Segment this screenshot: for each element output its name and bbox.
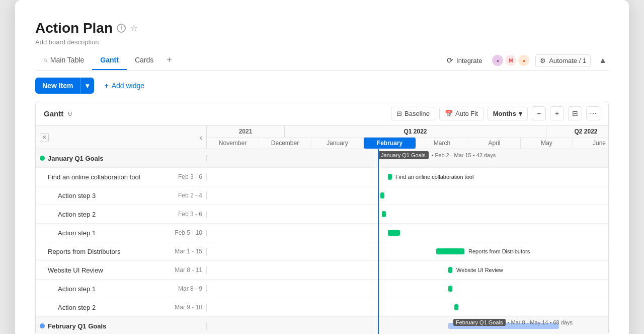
calendar-icon: 📅 [445,110,453,117]
row-title: Action step 1 [58,229,96,237]
avatar-2: M [505,55,516,66]
table-row[interactable]: Action step 2 Feb 3 - 6 [36,205,608,224]
month-row: November December January February March… [207,138,608,149]
row-date: Feb 3 - 6 [178,211,202,218]
automate-button[interactable]: ⚙ Automate / 1 [535,54,591,67]
row-chart-website: Website UI Review [207,261,608,279]
row-chart-action1 [207,224,608,242]
info-icon[interactable]: i [117,24,126,33]
star-icon[interactable]: ☆ [130,23,138,34]
auto-fit-button[interactable]: 📅 Auto Fit [439,107,484,120]
row-left-find-tool: Find an online collaboration tool Feb 3 … [36,173,207,181]
row-date: Mar 8 - 9 [178,285,202,292]
app-window: Action Plan i ☆ Add board description ⌂ … [15,0,629,334]
months-dropdown[interactable]: Months ▾ [488,107,528,120]
row-left-jan-goals: January Q1 Goals [36,155,207,162]
row-title: Find an online collaboration tool [48,173,140,181]
add-icon: + [104,82,108,90]
gantt-controls: ⊟ Baseline 📅 Auto Fit Months ▾ − + ⊟ ⋯ [391,106,600,120]
avatar-1: ● [492,55,503,66]
bar-label: January Q1 Goals • Feb 2 - Mar 15 • 42 d… [378,151,496,159]
tab-add-button[interactable]: + [162,51,177,71]
automate-icon: ⚙ [540,57,546,64]
row-left-feb-goals: February Q1 Goals [36,322,207,330]
row-chart-action3 [207,186,608,205]
baseline-icon: ⊟ [396,110,402,117]
table-row[interactable]: February Q1 Goals February Q1 Goals • Ma… [36,317,608,334]
gantt-body: ✕ ‹ 2021 Q1 2022 Q2 2022 November Decemb… [36,126,608,334]
month-november: November [207,138,259,149]
row-title: January Q1 Goals [48,155,104,162]
table-row[interactable]: January Q1 Goals January Q1 Goals • Feb … [36,149,608,168]
bar-label: Website UI Review [456,267,503,273]
month-february: February [364,138,416,149]
bar-label: Reports from Distributors [468,248,530,254]
title-row: Action Plan i ☆ [35,20,609,36]
row-date: Mar 8 - 11 [175,266,202,274]
gantt-bar [388,174,392,180]
month-december: December [259,138,311,149]
quarter-2021: 2021 [207,126,285,137]
month-january: January [311,138,364,149]
row-dot [40,323,45,328]
row-date: Feb 5 - 10 [175,229,202,236]
row-left-action2b: Action step 2 Mar 9 - 10 [36,304,207,311]
zoom-out-button[interactable]: − [532,106,546,120]
table-row[interactable]: Action step 3 Feb 2 - 4 [36,186,608,205]
save-view-button[interactable]: ⊟ [568,106,582,120]
month-may: May [521,138,573,149]
more-options-button[interactable]: ⋯ [586,106,600,120]
gantt-bar [448,286,452,292]
tab-main-table[interactable]: ⌂ Main Table [35,52,92,70]
row-title: February Q1 Goals [48,322,106,330]
avatar-group: ● M ● [492,55,529,66]
row-title: Action step 2 [58,304,96,311]
board-description[interactable]: Add board description [35,38,609,46]
row-left-action1: Action step 1 Feb 5 - 10 [36,229,207,237]
tab-gantt[interactable]: Gantt [92,52,127,70]
table-row[interactable]: Website UI Review Mar 8 - 11 Website UI … [36,261,608,280]
header-area: Action Plan i ☆ Add board description [35,20,609,46]
bar-label: Find an online collaboration tool [395,174,473,180]
quarter-q2-2022: Q2 2022 [546,126,608,137]
gantt-bar [448,267,452,273]
row-date: Feb 3 - 6 [178,173,202,180]
timeline-months-area: 2021 Q1 2022 Q2 2022 November December J… [207,126,608,149]
row-title: Action step 1 [58,285,96,293]
table-row[interactable]: Reports from Distributors Mar 1 - 15 Rep… [36,242,608,261]
collapse-button[interactable]: ▲ [597,55,609,66]
gantt-container: Gantt ⊍ ⊟ Baseline 📅 Auto Fit Months ▾ −… [35,101,609,334]
row-title: Action step 3 [58,192,96,199]
baseline-button[interactable]: ⊟ Baseline [391,107,435,120]
tabs-row: ⌂ Main Table Gantt Cards + ⟳ Integrate ● [35,51,609,71]
new-item-dropdown-arrow[interactable]: ▾ [80,78,94,94]
table-row[interactable]: Action step 1 Feb 5 - 10 [36,224,608,242]
nav-left-button[interactable]: ‹ [200,133,202,142]
row-title: Action step 2 [58,211,96,218]
table-row[interactable]: Action step 1 Mar 8 - 9 [36,280,608,298]
toolbar-row: New Item ▾ + Add widge [35,78,609,94]
month-march: March [416,138,468,149]
bar-label: February Q1 Goals • Mar 8 - May 14 • 68 … [453,319,573,326]
gantt-title-area: Gantt ⊍ [44,109,72,118]
gantt-header: Gantt ⊍ ⊟ Baseline 📅 Auto Fit Months ▾ −… [36,101,608,126]
zoom-in-button[interactable]: + [550,106,564,120]
integrate-button[interactable]: ⟳ Integrate [443,54,486,67]
gantt-rows: January Q1 Goals January Q1 Goals • Feb … [36,149,608,334]
row-left-action2: Action step 2 Feb 3 - 6 [36,211,207,218]
tab-cards[interactable]: Cards [127,52,162,70]
timeline-left-panel: ✕ ‹ [36,126,207,149]
row-chart-action2 [207,205,608,223]
table-row[interactable]: Action step 2 Mar 9 - 10 [36,298,608,317]
table-row[interactable]: Find an online collaboration tool Feb 3 … [36,168,608,186]
tabs-right: ⟳ Integrate ● M ● ⚙ Automate / 1 ▲ [443,54,609,67]
add-widget-button[interactable]: + Add widge [98,78,150,93]
quarter-q1-2022: Q1 2022 [285,126,546,137]
new-item-button[interactable]: New Item ▾ [35,78,94,94]
filter-icon[interactable]: ⊍ [67,109,72,117]
month-april: April [468,138,521,149]
close-panel-button[interactable]: ✕ [40,133,49,142]
home-icon: ⌂ [43,56,47,63]
gantt-title: Gantt [44,109,63,118]
row-title: Website UI Review [48,266,103,274]
